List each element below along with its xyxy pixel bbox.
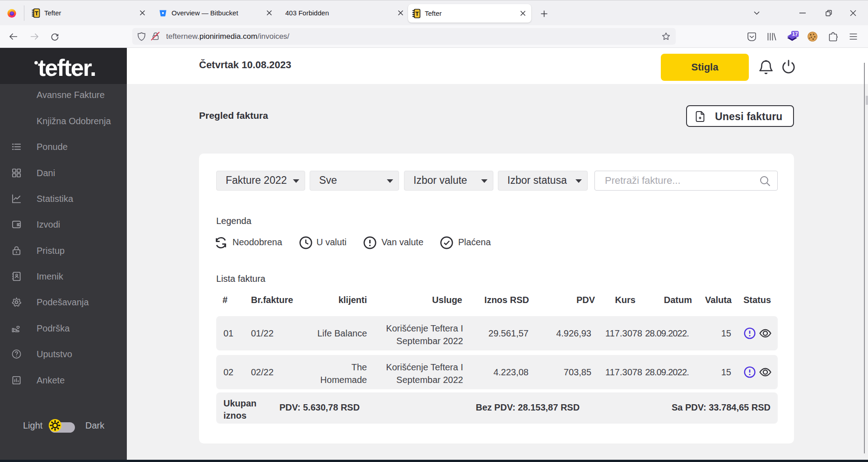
svg-text:T: T: [35, 10, 38, 17]
svg-text:T: T: [415, 10, 419, 17]
svg-text:17: 17: [792, 31, 798, 37]
